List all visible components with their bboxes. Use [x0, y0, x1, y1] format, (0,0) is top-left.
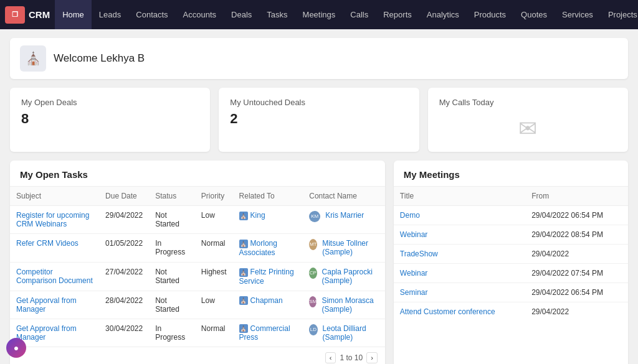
list-item: Seminar 29/04/2022 06:54 PM	[394, 283, 628, 302]
task-related-to[interactable]: ⛪Chapman	[233, 291, 303, 319]
meeting-title[interactable]: Demo	[394, 206, 525, 225]
table-row: Competitor Comparison Document 27/04/202…	[10, 262, 385, 291]
task-related-to[interactable]: ⛪Feltz Printing Service	[233, 262, 303, 291]
meeting-title[interactable]: Webinar	[394, 264, 525, 283]
task-priority: Normal	[195, 319, 233, 347]
task-related-to[interactable]: ⛪Morlong Associates	[233, 234, 303, 263]
meeting-title[interactable]: Webinar	[394, 225, 525, 245]
meeting-title[interactable]: TradeShow	[394, 245, 525, 264]
task-subject[interactable]: Register for upcoming CRM Webinars	[10, 206, 99, 234]
task-due-date: 27/04/2022	[99, 262, 149, 291]
task-due-date: 28/04/2022	[99, 291, 149, 319]
nav-item-reports[interactable]: Reports	[376, 0, 419, 29]
meeting-from: 29/04/2022 08:54 PM	[525, 225, 628, 245]
col-related-to: Related To	[233, 187, 303, 206]
company-icon: ⛪	[239, 240, 248, 248]
task-contact-name[interactable]: KM Kris Marrier	[303, 206, 385, 234]
avatar: CP	[309, 268, 317, 279]
nav-item-projects[interactable]: Projects	[601, 0, 638, 29]
untouched-deals-value: 2	[230, 111, 407, 127]
nav-item-contacts[interactable]: Contacts	[128, 0, 175, 29]
task-status: Not Started	[149, 262, 195, 291]
nav-item-calls[interactable]: Calls	[343, 0, 376, 29]
open-deals-card[interactable]: My Open Deals 8	[10, 88, 210, 152]
nav-item-quotes[interactable]: Quotes	[513, 0, 555, 29]
welcome-bar: ⛪ Welcome Lekhya B	[10, 38, 628, 79]
nav-item-accounts[interactable]: Accounts	[176, 0, 224, 29]
nav-logo[interactable]: ❐ CRM	[5, 6, 50, 24]
meetings-header: My Meetings	[394, 161, 628, 187]
nav-item-home[interactable]: Home	[55, 0, 92, 29]
meetings-table: Title From Demo 29/04/2022 06:54 PM Webi…	[394, 187, 628, 321]
company-icon: ⛪	[239, 296, 248, 305]
list-item: TradeShow 29/04/2022	[394, 245, 628, 264]
logo-text: CRM	[29, 9, 50, 20]
pagination-text: 1 to 10	[340, 353, 363, 362]
task-contact-name[interactable]: CP Capla Paprocki (Sample)	[303, 262, 385, 291]
open-deals-label: My Open Deals	[21, 98, 199, 107]
task-contact-name[interactable]: LD Leota Dilliard (Sample)	[303, 319, 385, 347]
untouched-deals-label: My Untouched Deals	[230, 98, 407, 107]
col-status: Status	[149, 187, 195, 206]
welcome-text: Welcome Lekhya B	[54, 52, 145, 65]
inbox-icon: ✉	[518, 116, 537, 142]
untouched-deals-card[interactable]: My Untouched Deals 2	[219, 88, 419, 152]
nav-item-leads[interactable]: Leads	[92, 0, 128, 29]
tasks-header: My Open Tasks	[10, 161, 385, 187]
meeting-title[interactable]: Attend Customer conference	[394, 302, 525, 322]
table-row: Get Apporval from Manager 28/04/2022 Not…	[10, 291, 385, 319]
tasks-scroll-area[interactable]: Subject Due Date Status Priority Related…	[10, 187, 385, 347]
meeting-from: 29/04/2022	[525, 245, 628, 264]
meeting-from: 29/04/2022	[525, 302, 628, 322]
calls-label: My Calls Today	[439, 98, 617, 107]
nav-item-analytics[interactable]: Analytics	[419, 0, 467, 29]
task-contact-name[interactable]: MT Mitsue Tollner (Sample)	[303, 234, 385, 263]
task-subject[interactable]: Refer CRM Videos	[10, 234, 99, 263]
calls-icon-area: ✉	[439, 111, 617, 142]
col-priority: Priority	[195, 187, 233, 206]
task-status: Not Started	[149, 206, 195, 234]
task-due-date: 01/05/2022	[99, 234, 149, 263]
nav-item-meetings[interactable]: Meetings	[295, 0, 343, 29]
meeting-from: 29/04/2022 07:54 PM	[525, 264, 628, 283]
task-priority: Low	[195, 291, 233, 319]
user-avatar[interactable]: ●	[6, 338, 26, 358]
avatar: LD	[309, 324, 317, 335]
task-contact-name[interactable]: SM Simon Morasca (Sample)	[303, 291, 385, 319]
meet-col-title: Title	[394, 187, 525, 206]
tasks-panel: My Open Tasks Subject Due Date Status Pr…	[10, 161, 385, 364]
next-page-button[interactable]: ›	[366, 352, 378, 363]
meet-col-from: From	[525, 187, 628, 206]
task-priority: Low	[195, 206, 233, 234]
calls-today-card[interactable]: My Calls Today ✉	[428, 88, 628, 152]
pagination-bar: ‹ 1 to 10 ›	[10, 347, 385, 364]
list-item: Attend Customer conference 29/04/2022	[394, 302, 628, 322]
col-contact-name: Contact Name	[303, 187, 385, 206]
list-item: Webinar 29/04/2022 08:54 PM	[394, 225, 628, 245]
open-deals-value: 8	[21, 111, 199, 127]
col-due-date: Due Date	[99, 187, 149, 206]
table-row: Refer CRM Videos 01/05/2022 In Progress …	[10, 234, 385, 263]
col-subject: Subject	[10, 187, 99, 206]
welcome-icon: ⛪	[20, 45, 46, 72]
task-priority: Highest	[195, 262, 233, 291]
nav-bar: ❐ CRM Home Leads Contacts Accounts Deals…	[0, 0, 638, 29]
task-subject[interactable]: Competitor Comparison Document	[10, 262, 99, 291]
company-icon: ⛪	[239, 324, 248, 333]
nav-item-tasks[interactable]: Tasks	[259, 0, 295, 29]
nav-item-services[interactable]: Services	[555, 0, 601, 29]
company-icon: ⛪	[239, 268, 248, 277]
bottom-row: My Open Tasks Subject Due Date Status Pr…	[10, 161, 628, 364]
logo-icon: ❐	[5, 6, 25, 24]
meeting-title[interactable]: Seminar	[394, 283, 525, 302]
nav-item-deals[interactable]: Deals	[224, 0, 259, 29]
task-subject[interactable]: Get Apporval from Manager	[10, 291, 99, 319]
company-icon: ⛪	[239, 212, 248, 220]
prev-page-button[interactable]: ‹	[325, 352, 336, 363]
nav-item-products[interactable]: Products	[467, 0, 513, 29]
task-related-to[interactable]: ⛪Commercial Press	[233, 319, 303, 347]
task-status: In Progress	[149, 234, 195, 263]
task-related-to[interactable]: ⛪King	[233, 206, 303, 234]
task-due-date: 30/04/2022	[99, 319, 149, 347]
avatar: MT	[309, 239, 317, 250]
